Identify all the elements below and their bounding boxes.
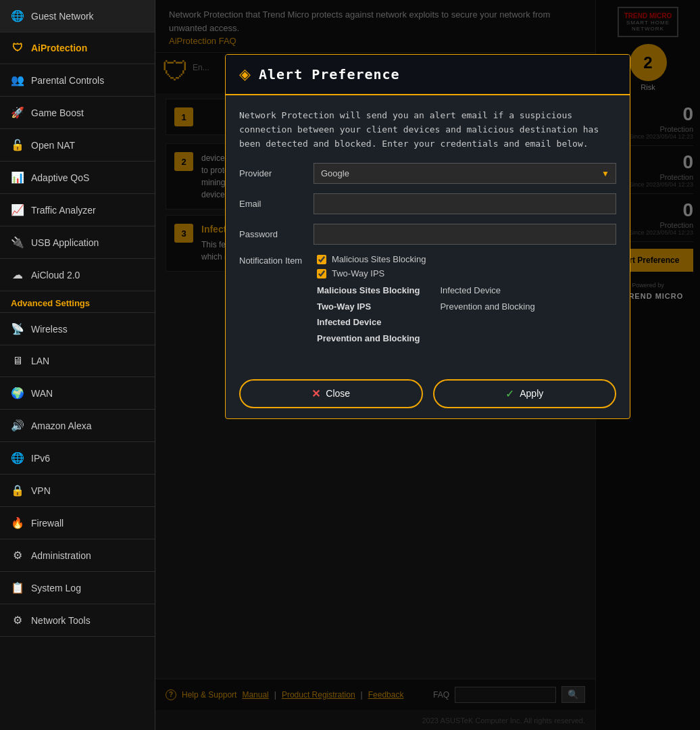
sidebar-item-open-nat[interactable]: 🔓Open NAT — [0, 129, 155, 162]
apply-button[interactable]: ✓ Apply — [433, 379, 617, 408]
twoway-checkbox[interactable] — [317, 269, 326, 278]
provider-row: Provider Google Yahoo Custom ▼ — [239, 163, 616, 184]
sidebar-label-parental-controls: Parental Controls — [31, 75, 104, 86]
sidebar-icon-system-log: 📋 — [11, 581, 24, 594]
sidebar-label-game-boost: Game Boost — [31, 107, 84, 118]
notif-item-3: Infected Device — [317, 314, 420, 330]
x-icon: ✕ — [311, 387, 320, 400]
notif-col-1: Malicious Sites Blocking Two-Way IPS Inf… — [317, 283, 420, 346]
email-row: Email — [239, 193, 616, 214]
sidebar-label-administration: Administration — [31, 550, 91, 561]
sidebar-icon-aicloud: ☁ — [11, 268, 24, 281]
sidebar-label-wan: WAN — [31, 388, 53, 399]
sidebar-item-aicloud[interactable]: ☁AiCloud 2.0 — [0, 259, 155, 291]
sidebar-label-usb-application: USB Application — [31, 237, 99, 248]
checkbox-malicious[interactable]: Malicious Sites Blocking — [317, 254, 616, 264]
notif-item-1: Malicious Sites Blocking — [317, 283, 420, 298]
sidebar-label-vpn: VPN — [31, 485, 51, 496]
notification-columns: Malicious Sites Blocking Two-Way IPS Inf… — [317, 283, 616, 346]
malicious-checkbox[interactable] — [317, 255, 326, 264]
notif-item-2: Two-Way IPS — [317, 299, 420, 314]
sidebar-label-aiprotection: AiProtection — [31, 43, 87, 53]
sidebar-item-adaptive-qos[interactable]: 📊Adaptive QoS — [0, 162, 155, 194]
sidebar-item-usb-application[interactable]: 🔌USB Application — [0, 226, 155, 259]
email-field-container — [314, 193, 616, 214]
notif-item-4: Prevention and Blocking — [317, 331, 420, 346]
sidebar-item-amazon-alexa[interactable]: 🔊Amazon Alexa — [0, 410, 155, 442]
advanced-settings-header: Advanced Settings — [0, 291, 155, 313]
password-field-container — [314, 224, 616, 245]
sidebar-item-guest-network[interactable]: 🌐Guest Network — [0, 0, 155, 32]
sidebar-item-wan[interactable]: 🌍WAN — [0, 377, 155, 410]
sidebar-item-network-tools[interactable]: ⚙Network Tools — [0, 604, 155, 637]
sidebar-icon-vpn: 🔒 — [11, 484, 24, 497]
notif-item-6: Prevention and Blocking — [440, 299, 534, 314]
email-input[interactable] — [314, 193, 616, 214]
modal-footer: ✕ Close ✓ Apply — [226, 369, 630, 418]
sidebar-icon-ipv6: 🌐 — [11, 452, 24, 464]
close-button[interactable]: ✕ Close — [239, 379, 423, 408]
sidebar-icon-wireless: 📡 — [11, 322, 24, 335]
sidebar-icon-lan: 🖥 — [11, 355, 24, 367]
notification-content: Malicious Sites Blocking Two-Way IPS Mal… — [317, 254, 616, 346]
provider-label: Provider — [239, 168, 307, 178]
password-input[interactable] — [314, 224, 616, 245]
sidebar-icon-network-tools: ⚙ — [11, 614, 24, 627]
sidebar-icon-adaptive-qos: 📊 — [11, 171, 24, 184]
sidebar-icon-game-boost: 🚀 — [11, 106, 24, 119]
sidebar-item-aiprotection[interactable]: 🛡AiProtection — [0, 32, 155, 64]
notification-section: Notification Item Malicious Sites Blocki… — [239, 254, 616, 346]
sidebar-label-wireless: Wireless — [31, 324, 68, 335]
sidebar-item-lan[interactable]: 🖥LAN — [0, 345, 155, 377]
email-label: Email — [239, 199, 307, 209]
sidebar-label-amazon-alexa: Amazon Alexa — [31, 420, 92, 431]
sidebar-item-parental-controls[interactable]: 👥Parental Controls — [0, 64, 155, 97]
sidebar-icon-wan: 🌍 — [11, 387, 24, 399]
modal-header-icon: ◈ — [239, 66, 251, 83]
modal-description: Network Protection will send you an aler… — [239, 109, 616, 151]
sidebar-label-firewall: Firewall — [31, 518, 64, 529]
sidebar-label-guest-network: Guest Network — [31, 11, 94, 22]
sidebar-label-network-tools: Network Tools — [31, 615, 91, 626]
sidebar-label-lan: LAN — [31, 356, 49, 366]
sidebar-label-open-nat: Open NAT — [31, 140, 75, 151]
sidebar-label-adaptive-qos: Adaptive QoS — [31, 172, 89, 183]
sidebar-item-administration[interactable]: ⚙Administration — [0, 539, 155, 572]
sidebar-icon-administration: ⚙ — [11, 549, 24, 562]
sidebar-label-traffic-analyzer: Traffic Analyzer — [31, 205, 96, 216]
password-row: Password — [239, 224, 616, 245]
check-icon: ✓ — [505, 387, 514, 400]
sidebar-item-firewall[interactable]: 🔥Firewall — [0, 507, 155, 539]
modal-header: ◈ Alert Preference — [226, 55, 630, 95]
sidebar-item-traffic-analyzer[interactable]: 📈Traffic Analyzer — [0, 194, 155, 226]
sidebar-item-wireless[interactable]: 📡Wireless — [0, 313, 155, 345]
twoway-label: Two-Way IPS — [332, 268, 384, 278]
sidebar-item-vpn[interactable]: 🔒VPN — [0, 474, 155, 507]
provider-select[interactable]: Google Yahoo Custom — [314, 163, 616, 184]
sidebar-label-system-log: System Log — [31, 583, 81, 593]
checkbox-twoway[interactable]: Two-Way IPS — [317, 268, 616, 278]
provider-field: Google Yahoo Custom ▼ — [314, 163, 616, 184]
sidebar-item-system-log[interactable]: 📋System Log — [0, 572, 155, 604]
sidebar-icon-parental-controls: 👥 — [11, 74, 24, 87]
sidebar-item-game-boost[interactable]: 🚀Game Boost — [0, 97, 155, 129]
sidebar-icon-open-nat: 🔓 — [11, 139, 24, 151]
sidebar: 🌐Guest Network🛡AiProtection👥Parental Con… — [0, 0, 155, 730]
sidebar-label-aicloud: AiCloud 2.0 — [31, 270, 80, 281]
modal-body: Network Protection will send you an aler… — [226, 95, 630, 369]
sidebar-icon-firewall: 🔥 — [11, 516, 24, 529]
modal-title: Alert Preference — [259, 66, 400, 82]
notif-col-2: Infected Device Prevention and Blocking — [440, 283, 534, 346]
malicious-label: Malicious Sites Blocking — [332, 254, 426, 264]
notif-item-5: Infected Device — [440, 283, 534, 298]
notification-label: Notification Item — [239, 254, 307, 346]
sidebar-icon-guest-network: 🌐 — [11, 9, 24, 22]
alert-preference-modal: ◈ Alert Preference Network Protection wi… — [225, 54, 630, 419]
sidebar-item-ipv6[interactable]: 🌐IPv6 — [0, 442, 155, 474]
sidebar-nav: 🌐Guest Network🛡AiProtection👥Parental Con… — [0, 0, 155, 637]
password-label: Password — [239, 229, 307, 239]
modal-overlay: ◈ Alert Preference Network Protection wi… — [155, 0, 700, 730]
sidebar-icon-aiprotection: 🛡 — [11, 42, 24, 54]
sidebar-icon-traffic-analyzer: 📈 — [11, 203, 24, 216]
sidebar-icon-usb-application: 🔌 — [11, 236, 24, 249]
